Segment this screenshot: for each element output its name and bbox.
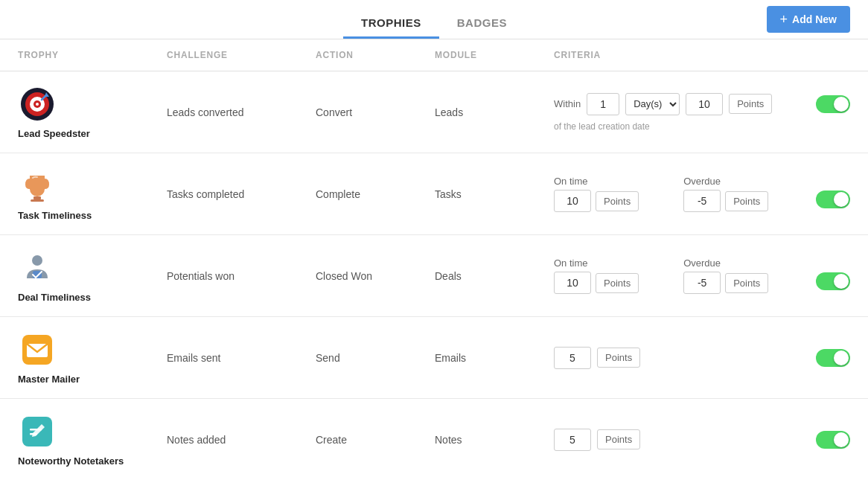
toggle-noteworthy[interactable]	[816, 431, 850, 449]
trophy-cell-deal-timeliness: Deal Timeliness	[18, 249, 167, 303]
action-lead-speedster: Convert	[316, 106, 435, 118]
action-deal-timeliness: Closed Won	[316, 270, 435, 282]
overdue-value-input-deal[interactable]	[683, 272, 721, 294]
ontime-value-input-deal[interactable]	[554, 272, 591, 294]
challenge-noteworthy: Notes added	[167, 434, 316, 446]
action-task-timeliness: Complete	[316, 188, 435, 200]
points-value-input-notes[interactable]	[554, 429, 591, 451]
ontime-points-task: Points	[596, 191, 639, 211]
trophy-icon-noteworthy	[18, 412, 57, 451]
toggle-lead-speedster[interactable]	[816, 95, 850, 113]
header-trophy: TROPHY	[18, 50, 167, 60]
trophy-name-lead-speedster: Lead Speedster	[18, 128, 90, 139]
overdue-label-task: Overdue	[683, 176, 768, 187]
criteria-master-mailer: Points	[554, 347, 850, 369]
tab-badges[interactable]: BADGES	[439, 9, 525, 39]
toggle-task-timeliness[interactable]	[816, 191, 850, 208]
hint-lead-speedster: of the lead creation date	[554, 121, 850, 132]
ontime-col-task: On time Points	[554, 176, 639, 212]
criteria-task-timeliness: On time Points Overdue Points	[554, 176, 850, 212]
module-lead-speedster: Leads	[435, 106, 554, 118]
overdue-col-deal: Overdue Points	[683, 257, 768, 294]
points-badge-mailer: Points	[597, 348, 640, 368]
trophy-cell-master-mailer: Master Mailer	[18, 330, 167, 385]
trophy-name-task-timeliness: Task Timeliness	[18, 210, 92, 221]
overdue-col-task: Overdue Points	[683, 176, 768, 212]
add-new-label: Add New	[792, 13, 837, 25]
header-criteria: CRITERIA	[554, 50, 850, 60]
table-row: Noteworthy Notetakers Notes added Create…	[0, 399, 868, 477]
action-master-mailer: Send	[316, 352, 435, 364]
header-module: MODULE	[435, 50, 554, 60]
overdue-points-deal: Points	[725, 273, 768, 293]
criteria-noteworthy: Points	[554, 429, 850, 451]
within-value-input[interactable]	[587, 93, 619, 115]
header-challenge: CHALLENGE	[167, 50, 316, 60]
toggle-mailer-wrap	[816, 349, 850, 367]
plus-icon: +	[780, 13, 788, 26]
points-value-input-mailer[interactable]	[554, 347, 591, 369]
tabs-bar: TROPHIES BADGES + Add New	[0, 0, 868, 39]
table-row: Task Timeliness Tasks completed Complete…	[0, 153, 868, 235]
trophy-cell-noteworthy: Noteworthy Notetakers	[18, 412, 167, 467]
overdue-label-deal: Overdue	[683, 257, 768, 269]
criteria-deal-timeliness: On time Points Overdue Points	[554, 257, 850, 294]
challenge-master-mailer: Emails sent	[167, 352, 316, 364]
trophy-icon-deal-timeliness	[18, 249, 57, 287]
points-value-input-lead[interactable]	[686, 93, 723, 115]
trophy-cell-task-timeliness: Task Timeliness	[18, 167, 167, 221]
table-row: Master Mailer Emails sent Send Emails Po…	[0, 317, 868, 399]
trophy-name-noteworthy: Noteworthy Notetakers	[18, 455, 124, 467]
module-task-timeliness: Tasks	[435, 188, 554, 200]
module-deal-timeliness: Deals	[435, 270, 554, 282]
header-action: ACTION	[316, 50, 435, 60]
module-noteworthy: Notes	[435, 434, 554, 446]
page-container: TROPHIES BADGES + Add New TROPHY CHALLEN…	[0, 0, 868, 477]
table-header: TROPHY CHALLENGE ACTION MODULE CRITERIA	[0, 39, 868, 71]
trophy-icon-lead-speedster	[18, 85, 57, 124]
points-badge-notes: Points	[597, 429, 640, 449]
svg-rect-8	[31, 199, 44, 202]
criteria-lead-speedster: Within Day(s) Points of the lead creatio…	[554, 93, 850, 132]
toggle-lead-speedster-wrap	[816, 95, 850, 113]
toggle-deal-wrap	[816, 257, 850, 290]
trophy-icon-master-mailer	[18, 330, 57, 369]
overdue-points-task: Points	[725, 191, 768, 211]
challenge-lead-speedster: Leads converted	[167, 106, 316, 118]
ontime-value-input-task[interactable]	[554, 190, 591, 212]
tab-trophies[interactable]: TROPHIES	[343, 9, 439, 39]
table-row: Deal Timeliness Potentials won Closed Wo…	[0, 235, 868, 317]
toggle-deal-timeliness[interactable]	[816, 272, 850, 290]
toggle-master-mailer[interactable]	[816, 349, 850, 367]
toggle-task-wrap	[816, 176, 850, 208]
toggle-notes-wrap	[816, 431, 850, 449]
ontime-label-deal: On time	[554, 257, 639, 269]
trophy-cell-lead-speedster: Lead Speedster	[18, 85, 167, 139]
module-master-mailer: Emails	[435, 352, 554, 364]
table-row: Lead Speedster Leads converted Convert L…	[0, 71, 868, 153]
trophy-name-deal-timeliness: Deal Timeliness	[18, 292, 91, 303]
within-label: Within	[554, 98, 581, 109]
trophy-icon-task-timeliness	[18, 167, 57, 205]
add-new-button[interactable]: + Add New	[767, 6, 850, 33]
ontime-col-deal: On time Points	[554, 257, 639, 294]
challenge-task-timeliness: Tasks completed	[167, 188, 316, 200]
ontime-label-task: On time	[554, 176, 639, 187]
svg-point-4	[36, 103, 39, 106]
points-badge-lead: Points	[729, 94, 772, 114]
overdue-value-input-task[interactable]	[683, 190, 721, 212]
days-select[interactable]: Day(s)	[625, 93, 680, 115]
ontime-points-deal: Points	[596, 273, 639, 293]
action-noteworthy: Create	[316, 434, 435, 446]
svg-rect-7	[33, 196, 41, 199]
svg-point-9	[32, 255, 42, 266]
trophy-name-master-mailer: Master Mailer	[18, 374, 80, 385]
challenge-deal-timeliness: Potentials won	[167, 270, 316, 282]
